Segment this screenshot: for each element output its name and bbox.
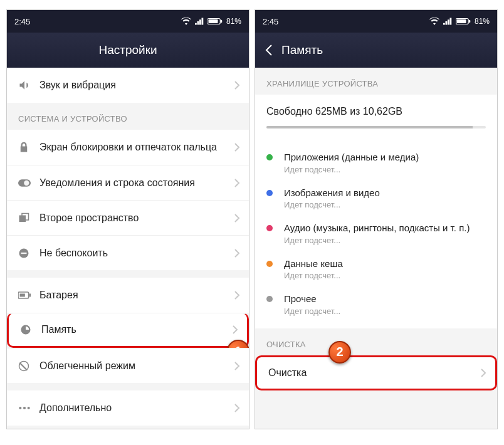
svg-point-14 xyxy=(23,407,26,409)
appbar-settings: Настройки xyxy=(7,33,249,68)
battery-row-icon xyxy=(18,291,39,300)
signal-icon xyxy=(195,18,204,25)
row-label: Дополнительно xyxy=(39,402,234,414)
legend-sub: Идет подсчет... xyxy=(284,200,380,209)
row-label: Экран блокировки и отпечаток пальца xyxy=(39,141,234,154)
status-battery: 81% xyxy=(475,17,490,26)
chevron-right-icon xyxy=(232,325,238,335)
storage-bar-fill xyxy=(266,126,473,128)
chevron-right-icon xyxy=(480,368,486,378)
chevron-right-icon xyxy=(234,142,240,152)
legend-dot xyxy=(266,296,273,302)
storage-summary: Свободно 625MB из 10,62GB xyxy=(255,95,497,140)
speaker-icon xyxy=(18,79,39,92)
section-system: СИСТЕМА И УСТРОЙСТВО xyxy=(7,103,249,130)
section-storage: ХРАНИЛИЩЕ УСТРОЙСТВА xyxy=(255,68,497,95)
row-second-space[interactable]: Второе пространство xyxy=(7,200,249,235)
row-battery[interactable]: Батарея xyxy=(7,278,249,313)
phone-left: 2:45 81% Настройки Звук и вибрация СИСТЕ… xyxy=(6,9,249,429)
memory-content[interactable]: ХРАНИЛИЩЕ УСТРОЙСТВА Свободно 625MB из 1… xyxy=(255,68,497,429)
chevron-right-icon xyxy=(234,403,240,413)
legend-other[interactable]: Прочее Идет подсчет... xyxy=(255,286,497,322)
windows-icon xyxy=(18,212,39,224)
svg-rect-18 xyxy=(469,20,470,23)
legend-apps[interactable]: Приложения (данные и медиа) Идет подсчет… xyxy=(255,145,497,181)
legend-audio[interactable]: Аудио (музыка, рингтоны, подкасты и т. п… xyxy=(255,216,497,251)
row-lite-mode[interactable]: Облегченный режим xyxy=(7,348,249,383)
legend-sub: Идет подсчет... xyxy=(284,271,343,280)
chevron-right-icon xyxy=(234,213,240,223)
wifi-icon xyxy=(429,18,439,25)
row-label: Батарея xyxy=(39,289,234,301)
row-lock[interactable]: Экран блокировки и отпечаток пальца xyxy=(7,130,249,165)
row-label: Не беспокоить xyxy=(39,247,234,259)
row-notifications[interactable]: Уведомления и строка состояния xyxy=(7,165,249,200)
row-label: Второе пространство xyxy=(39,212,234,224)
chevron-right-icon xyxy=(234,290,240,300)
chevron-right-icon xyxy=(234,178,240,188)
row-label: Облегченный режим xyxy=(39,360,234,372)
legend-title: Аудио (музыка, рингтоны, подкасты и т. п… xyxy=(284,222,470,234)
toggle-icon xyxy=(18,179,39,187)
status-bar: 2:45 81% xyxy=(255,10,497,33)
storage-free-text: Свободно 625MB из 10,62GB xyxy=(266,106,486,117)
appbar-memory: Память xyxy=(255,33,497,68)
legend-dot xyxy=(266,154,273,160)
legend-title: Данные кеша xyxy=(284,258,343,270)
legend-sub: Идет подсчет... xyxy=(284,236,470,245)
lock-icon xyxy=(18,141,39,154)
chevron-right-icon xyxy=(234,248,240,258)
row-clean[interactable]: Очистка 2 xyxy=(255,355,497,390)
memory-icon xyxy=(20,324,41,335)
section-accounts: АККАУНТЫ xyxy=(7,426,249,429)
svg-rect-17 xyxy=(456,19,466,23)
storage-legend: Приложения (данные и медиа) Идет подсчет… xyxy=(255,140,497,328)
back-button[interactable] xyxy=(265,44,273,56)
annotation-badge-2: 2 xyxy=(328,341,351,364)
legend-cache[interactable]: Данные кеша Идет подсчет... xyxy=(255,251,497,287)
row-label: Звук и вибрация xyxy=(39,79,234,92)
status-icons: 81% xyxy=(181,17,241,26)
page-title: Память xyxy=(281,43,323,57)
status-icons: 81% xyxy=(429,17,490,26)
legend-sub: Идет подсчет... xyxy=(284,165,419,174)
svg-rect-2 xyxy=(221,20,222,23)
dnd-icon xyxy=(18,248,39,259)
chevron-left-icon xyxy=(265,44,273,56)
lite-icon xyxy=(18,360,39,372)
svg-rect-1 xyxy=(208,19,218,23)
row-label: Уведомления и строка состояния xyxy=(39,177,234,189)
legend-title: Изображения и видео xyxy=(284,187,380,199)
svg-point-4 xyxy=(24,180,29,185)
row-label: Память xyxy=(41,323,232,336)
battery-icon xyxy=(456,18,471,25)
svg-rect-10 xyxy=(20,294,25,297)
phone-right: 2:45 81% Память ХРАНИЛИЩЕ УСТРОЙСТВА Сво… xyxy=(255,9,498,429)
status-bar: 2:45 81% xyxy=(7,10,249,33)
wifi-icon xyxy=(181,18,191,25)
more-icon xyxy=(18,406,39,410)
row-sound[interactable]: Звук и вибрация xyxy=(7,68,249,103)
svg-rect-8 xyxy=(21,252,27,253)
status-battery: 81% xyxy=(226,17,241,26)
row-dnd[interactable]: Не беспокоить xyxy=(7,235,249,270)
legend-sub: Идет подсчет... xyxy=(284,306,340,316)
section-clean: ОЧИСТКА xyxy=(255,328,497,355)
legend-images[interactable]: Изображения и видео Идет подсчет... xyxy=(255,181,497,216)
legend-title: Прочее xyxy=(284,293,340,305)
settings-list[interactable]: Звук и вибрация СИСТЕМА И УСТРОЙСТВО Экр… xyxy=(7,68,249,429)
row-label: Очистка xyxy=(268,367,480,379)
storage-bar xyxy=(266,126,486,128)
chevron-right-icon xyxy=(234,80,240,90)
chevron-right-icon xyxy=(234,361,240,371)
signal-icon xyxy=(443,18,452,25)
status-time: 2:45 xyxy=(263,17,278,26)
row-more[interactable]: Дополнительно xyxy=(7,390,249,426)
svg-rect-11 xyxy=(29,294,31,297)
legend-dot xyxy=(266,261,273,267)
legend-dot xyxy=(266,190,273,196)
svg-point-15 xyxy=(28,407,30,409)
row-memory[interactable]: Память 1 xyxy=(7,313,249,348)
legend-title: Приложения (данные и медиа) xyxy=(284,151,419,164)
page-title: Настройки xyxy=(98,43,157,57)
